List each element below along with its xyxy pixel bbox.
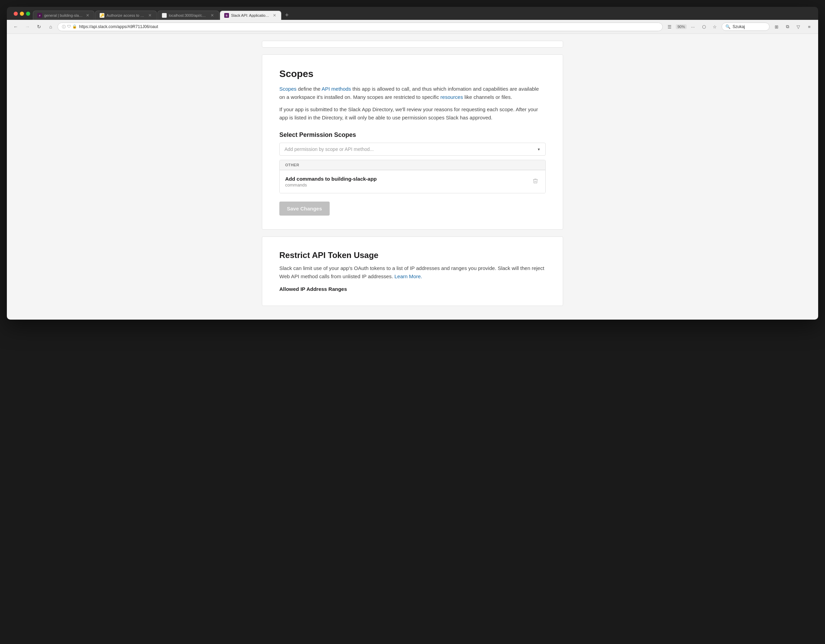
scopes-table-header: OTHER	[280, 160, 545, 170]
tab-close-authorize[interactable]: ✕	[148, 13, 152, 18]
tab-label-slack-api: Slack API: Applications | buildi...	[231, 13, 270, 17]
filter-button[interactable]: ▽	[794, 22, 803, 31]
tab-close-localhost[interactable]: ✕	[210, 13, 215, 18]
scopes-link[interactable]: Scopes	[279, 86, 297, 92]
lock-icon: 🔒	[72, 24, 77, 29]
tab-favicon-localhost	[162, 13, 167, 18]
restrict-api-description: Slack can limit use of your app's OAuth …	[279, 264, 546, 280]
tab-slack-api[interactable]: S Slack API: Applications | buildi... ✕	[220, 11, 281, 20]
delete-scope-button[interactable]	[531, 177, 540, 187]
address-bar[interactable]: ⓘ 🛡 🔒 https://api.slack.com/apps/A9R711J…	[57, 23, 663, 31]
tab-label-general: general | building-slack-app S	[44, 13, 83, 17]
scopes-card: Scopes Scopes define the API methods thi…	[262, 54, 563, 230]
chevron-down-icon: ▼	[537, 148, 541, 151]
forward-button[interactable]: →	[23, 22, 32, 31]
api-methods-link[interactable]: API methods	[321, 86, 351, 92]
traffic-light-minimize[interactable]	[20, 12, 24, 16]
scopes-table: OTHER Add commands to building-slack-app…	[279, 160, 546, 193]
menu-button[interactable]: ≡	[805, 22, 814, 31]
tab-bar-container: # general | building-slack-app S ✕ 🔑 Aut…	[7, 7, 818, 20]
scopes-description-1: Scopes define the API methods this app i…	[279, 85, 546, 101]
tab-favicon-slack-text: S	[226, 14, 227, 17]
restrict-api-title: Restrict API Token Usage	[279, 251, 546, 260]
library-button[interactable]: ⊞	[772, 22, 781, 31]
tab-localhost[interactable]: localhost:3000/api/commands ✕	[158, 11, 219, 20]
browser-window: # general | building-slack-app S ✕ 🔑 Aut…	[7, 7, 818, 320]
learn-more-link[interactable]: Learn More.	[394, 273, 422, 279]
table-row: Add commands to building-slack-app comma…	[280, 170, 545, 193]
zoom-level: 90%	[676, 24, 687, 29]
resources-link[interactable]: resources	[440, 94, 463, 100]
desc-text-3: like channels or files.	[465, 94, 512, 100]
allowed-ip-label: Allowed IP Address Ranges	[279, 286, 546, 292]
search-placeholder: Szukaj	[732, 24, 745, 29]
scope-info: Add commands to building-slack-app comma…	[285, 176, 531, 188]
page-content: Scopes Scopes define the API methods thi…	[7, 34, 818, 320]
scope-select-placeholder: Add permission by scope or API method...	[284, 146, 374, 152]
select-permission-label: Select Permission Scopes	[279, 131, 546, 139]
tab-close-slack-api[interactable]: ✕	[272, 13, 277, 18]
scopes-description-2: If your app is submitted to the Slack Ap…	[279, 105, 546, 122]
back-button[interactable]: ←	[11, 22, 20, 31]
tab-favicon-general: #	[37, 13, 42, 18]
bookmark-button[interactable]: ☆	[710, 22, 720, 31]
restrict-api-card: Restrict API Token Usage Slack can limit…	[262, 236, 563, 306]
tab-favicon-general-text: #	[39, 14, 40, 17]
search-icon: 🔍	[725, 24, 731, 29]
more-options-button[interactable]: ···	[688, 22, 698, 31]
info-icon: ⓘ	[62, 24, 66, 29]
save-changes-button[interactable]: Save Changes	[279, 202, 330, 216]
traffic-light-close[interactable]	[14, 12, 18, 16]
home-button[interactable]: ⌂	[46, 22, 56, 31]
address-security-icons: ⓘ 🛡 🔒	[62, 24, 77, 29]
traffic-light-maximize[interactable]	[26, 12, 30, 16]
reader-view-button[interactable]: ☰	[665, 22, 674, 31]
scope-name: Add commands to building-slack-app	[285, 176, 531, 182]
desc-text-1: define the	[298, 86, 321, 92]
tabs-container: # general | building-slack-app S ✕ 🔑 Aut…	[33, 10, 814, 20]
scopes-title: Scopes	[279, 68, 546, 79]
sidebar-button[interactable]: ⧉	[783, 22, 792, 31]
tab-close-general[interactable]: ✕	[85, 13, 90, 18]
url-text: https://api.slack.com/apps/A9R711J06/oau…	[79, 24, 658, 29]
traffic-lights	[11, 12, 33, 18]
tab-general[interactable]: # general | building-slack-app S ✕	[33, 11, 94, 20]
search-bar[interactable]: 🔍 Szukaj	[721, 23, 769, 31]
shield-icon: 🛡	[67, 24, 71, 29]
right-nav-tools: ⊞ ⧉ ▽ ≡	[772, 22, 814, 31]
refresh-button[interactable]: ↻	[34, 22, 44, 31]
tab-label-authorize: Authorize access to your acco...	[107, 13, 145, 17]
tab-label-localhost: localhost:3000/api/commands	[169, 13, 208, 17]
tab-favicon-auth-text: 🔑	[100, 14, 104, 17]
scope-select-dropdown[interactable]: Add permission by scope or API method...…	[279, 143, 546, 156]
pocket-button[interactable]: ⬡	[699, 22, 709, 31]
add-tab-button[interactable]: +	[282, 10, 292, 20]
navigation-bar: ← → ↻ ⌂ ⓘ 🛡 🔒 https://api.slack.com/apps…	[7, 20, 818, 34]
nav-tools: ☰ 90% ··· ⬡ ☆	[665, 22, 720, 31]
tab-favicon-slack: S	[224, 13, 229, 18]
tab-authorize[interactable]: 🔑 Authorize access to your acco... ✕	[95, 11, 157, 20]
tab-favicon-auth: 🔑	[100, 13, 104, 18]
top-partial-card	[262, 41, 563, 48]
scope-method: commands	[285, 182, 531, 188]
